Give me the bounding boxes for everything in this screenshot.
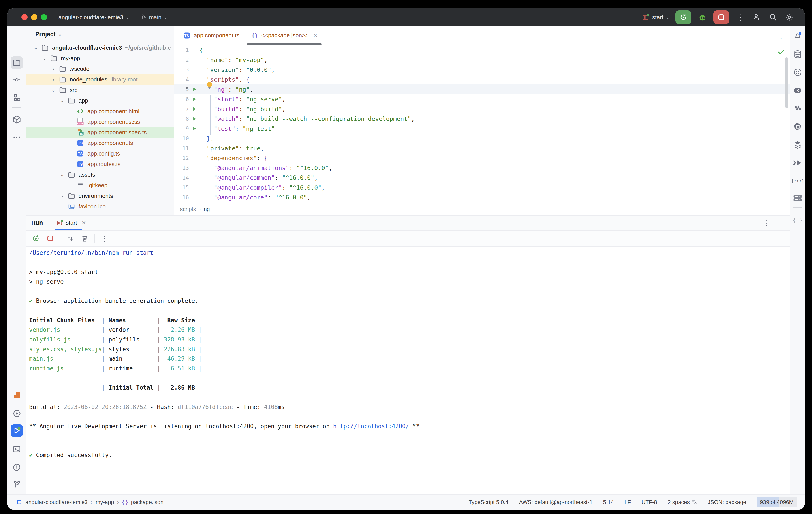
add-user-icon[interactable] [751,12,762,23]
status-item-lf[interactable]: LF [625,499,631,505]
project-panel-header[interactable]: Project ⌄ [27,26,174,42]
tree-item-.gitkeep[interactable]: .gitkeep [27,180,174,190]
device-chip-icon[interactable] [791,120,804,133]
status-item-typescript-5.0.4[interactable]: TypeScript 5.0.4 [469,499,509,505]
problems-icon[interactable] [10,461,23,474]
cdk-diamonds-icon[interactable] [791,102,804,115]
status-item-5[interactable]: 5:14 [603,499,614,505]
run-tool-icon[interactable] [10,424,23,437]
servers-icon[interactable] [791,192,804,204]
git-branch-widget[interactable]: main ⌄ [141,14,167,21]
more-tool-windows-icon[interactable] [10,131,23,143]
breadcrumb-scripts[interactable]: scripts [180,206,196,212]
close-icon[interactable]: ✕ [81,219,86,226]
chevron-right-icon[interactable]: › [57,193,67,199]
plugin-button-icon[interactable] [791,66,804,79]
tree-item-src[interactable]: ⌄src [27,85,174,95]
run-script-gutter-icon[interactable] [189,116,200,122]
status-breadcrumb[interactable]: angular-cloudflare-iemie3 › my-app › { }… [16,499,164,505]
crumb-file[interactable]: package.json [131,499,164,505]
chevron-right-icon: › [117,499,119,505]
crumb-project[interactable]: angular-cloudflare-iemie3 [25,499,88,505]
tree-item-angular-cloudflare-iemie3[interactable]: ⌄angular-cloudflare-iemie3~/go/src/githu… [27,42,174,53]
run-console-output[interactable]: /Users/teruhiro/.n/bin/npm run start > m… [27,247,790,494]
run-script-gutter-icon[interactable] [189,126,200,131]
chevron-right-icon[interactable]: › [49,66,58,71]
close-icon[interactable]: ✕ [313,32,318,39]
chevron-down-icon[interactable]: ⌄ [40,56,50,61]
project-folder-icon[interactable] [10,57,23,69]
tree-item-app.component.scss[interactable]: SASSapp.component.scss [27,117,174,127]
tree-item-assets[interactable]: ⌄assets [27,170,174,180]
debug-button[interactable] [697,12,707,23]
editor-tabs-more-kebab-icon[interactable]: ⋮ [778,32,784,39]
tree-item-app.component.spec.ts[interactable]: TSapp.component.spec.ts [27,127,174,138]
database-icon[interactable] [791,48,804,60]
tree-item-my-app[interactable]: ⌄my-app [27,53,174,63]
notifications-bell-icon[interactable] [791,30,804,42]
more-actions-kebab-icon[interactable]: ⋮ [735,12,746,23]
status-item-json[interactable]: JSON: package [707,499,746,505]
search-icon[interactable] [767,12,778,23]
project-title-widget[interactable]: angular-cloudflare-iemie3 ⌄ [58,14,129,21]
tree-item-app.config.ts[interactable]: TSapp.config.ts [27,148,174,159]
editor-tab-app.component.ts[interactable]: TSapp.component.ts [177,26,245,45]
tree-item-favicon.ico[interactable]: favicon.ico [27,201,174,212]
status-item-indent[interactable]: 2 spaces [668,499,697,505]
dependencies-cube-icon[interactable] [10,113,23,126]
run-configuration-selector[interactable]: start ⌄ [642,13,670,21]
fast-forward-icon[interactable] [791,157,804,169]
editor-tab-package.json[interactable]: {}<<package.json>>✕ [245,26,324,45]
chevron-down-icon[interactable]: ⌄ [31,45,40,50]
tree-item-app.routes.ts[interactable]: TSapp.routes.ts [27,159,174,170]
stop-icon[interactable] [46,234,55,243]
rerun-icon[interactable] [31,234,40,243]
clear-trash-icon[interactable] [80,234,90,243]
tree-item-environments[interactable]: ›environments [27,190,174,201]
run-options-kebab-icon[interactable]: ⋮ [763,219,770,227]
chevron-down-icon[interactable]: ⌄ [49,87,58,93]
run-script-gutter-icon[interactable] [189,87,200,92]
maximize-window-button[interactable] [41,14,47,20]
commit-icon[interactable] [10,74,23,86]
close-window-button[interactable] [21,14,28,20]
code-editor[interactable]: 1{2 "name": "my-app",3 "version": "0.0.0… [174,45,790,203]
json-braces-icon[interactable]: { } [791,214,804,226]
chevron-down-icon[interactable]: ⌄ [57,98,67,103]
structure-icon[interactable] [10,91,23,104]
inspections-ok-check-icon[interactable] [777,48,785,56]
status-item-aws[interactable]: AWS: default@ap-northeast-1 [519,499,592,505]
run-tab-start[interactable]: start ✕ [55,215,88,230]
crumb-module[interactable]: my-app [95,499,114,505]
localhost-link[interactable]: http://localhost:4200/ [333,423,409,429]
console-kebab-icon[interactable]: ⋮ [100,234,110,243]
status-item-utf-8[interactable]: UTF-8 [641,499,657,505]
tree-item-app[interactable]: ⌄app [27,95,174,106]
x-plugin-icon[interactable]: X [791,84,804,97]
intention-bulb-icon[interactable] [205,81,213,90]
stop-button[interactable] [714,10,729,24]
services-icon[interactable] [10,407,23,420]
rerun-button[interactable] [675,10,691,24]
breadcrumb-ng[interactable]: ng [204,206,210,212]
tree-item-app.component.html[interactable]: app.component.html [27,106,174,117]
git-icon[interactable] [10,478,23,491]
editor-scrollbar[interactable] [785,57,788,108]
chevron-right-icon[interactable]: › [49,77,58,82]
run-script-gutter-icon[interactable] [189,96,200,102]
aws-toolkit-icon[interactable] [10,389,23,401]
minimize-window-button[interactable] [31,14,37,20]
layers-icon[interactable] [791,139,804,151]
terminal-icon[interactable] [10,443,23,455]
chevron-down-icon[interactable]: ⌄ [57,172,67,177]
scroll-to-end-icon[interactable] [65,234,75,243]
settings-gear-icon[interactable] [784,12,794,23]
tree-item-.vscode[interactable]: ›.vscode [27,63,174,74]
tree-item-app.component.ts[interactable]: TSapp.component.ts [27,138,174,148]
memory-indicator[interactable]: 939 of 4096M [757,497,797,507]
hide-panel-icon[interactable]: ─ [779,219,783,227]
secrets-icon[interactable]: [***] [791,175,804,187]
tree-item-node-modules[interactable]: ›node_moduleslibrary root [27,74,174,85]
run-script-gutter-icon[interactable] [189,106,200,112]
editor-breadcrumbs[interactable]: scripts › ng [174,203,790,215]
